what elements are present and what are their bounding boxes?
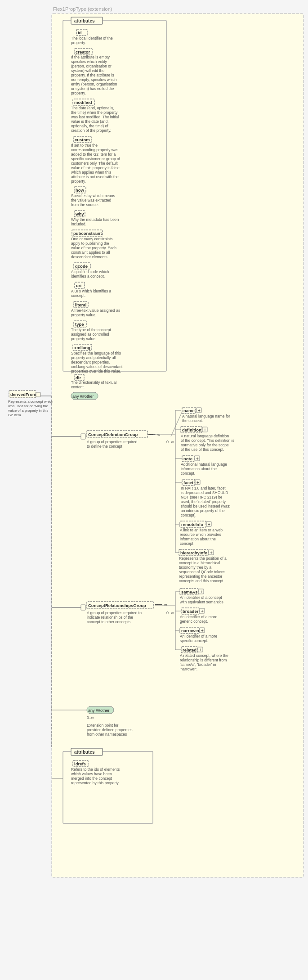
svg-text:attribute is not used with the: attribute is not used with the bbox=[71, 175, 119, 179]
svg-text:+: + bbox=[201, 628, 204, 633]
svg-text:concept).: concept). bbox=[181, 513, 196, 517]
page-container: Flex1PropType (extension) attributes id … bbox=[0, 0, 308, 980]
svg-text:property value.: property value. bbox=[71, 337, 96, 341]
derived-from-connector bbox=[36, 392, 40, 397]
svg-text:content.: content. bbox=[71, 385, 85, 389]
derived-from-label: derivedFrom bbox=[10, 392, 36, 397]
svg-text:specific customer or group of: specific customer or group of bbox=[71, 157, 121, 161]
svg-text:∞: ∞ bbox=[164, 602, 167, 607]
remote-info-label: remoteInfo bbox=[181, 522, 203, 527]
svg-text:property.: property. bbox=[71, 91, 86, 95]
svg-text:which values have been: which values have been bbox=[71, 772, 112, 776]
svg-text:property and potentially all: property and potentially all bbox=[71, 355, 116, 360]
name-label: name bbox=[183, 408, 195, 413]
svg-text:generic concept.: generic concept. bbox=[180, 619, 208, 624]
svg-text:was last modified. The initial: was last modified. The initial bbox=[71, 115, 119, 119]
literal-label: literal bbox=[75, 302, 86, 307]
svg-text:0..∞: 0..∞ bbox=[166, 611, 174, 615]
id-desc: The local identifier of the bbox=[71, 36, 113, 40]
hierarchy-info-label: hierarchyInfo bbox=[180, 550, 207, 555]
svg-text:apply to publishing the: apply to publishing the bbox=[71, 241, 109, 246]
svg-text:value of this property is fals: value of this property is false bbox=[71, 166, 120, 170]
svg-text:0..∞: 0..∞ bbox=[166, 440, 174, 444]
svg-text:any ##other: any ##other bbox=[72, 394, 94, 399]
svg-text:concepts and this concept: concepts and this concept bbox=[179, 579, 223, 583]
svg-text:taxonomy tree by a: taxonomy tree by a bbox=[179, 565, 212, 570]
idrefs-label: idrefs bbox=[74, 761, 86, 766]
svg-text:+: + bbox=[201, 609, 204, 614]
svg-text:concept to other concepts: concept to other concepts bbox=[87, 620, 130, 624]
svg-text:Represents a concept which: Represents a concept which bbox=[8, 400, 54, 404]
svg-text:to define the concept: to define the concept bbox=[87, 444, 123, 449]
svg-text:was used for deriving the: was used for deriving the bbox=[8, 404, 48, 408]
svg-text:Specifies by which means: Specifies by which means bbox=[71, 193, 115, 198]
svg-text:is deprecated and SHOULD: is deprecated and SHOULD bbox=[181, 490, 228, 495]
svg-text:Specifies the language of this: Specifies the language of this bbox=[71, 351, 121, 355]
why-label: why bbox=[75, 211, 84, 216]
svg-text:Extension point for: Extension point for bbox=[87, 723, 119, 728]
svg-text:In NAR 1.8 and later, facet: In NAR 1.8 and later, facet bbox=[181, 486, 226, 490]
svg-text:optionally, the time) of: optionally, the time) of bbox=[71, 124, 108, 128]
id-label: id bbox=[78, 30, 82, 35]
svg-text:concept: concept bbox=[180, 541, 193, 546]
svg-text:A free-text value assigned as: A free-text value assigned as bbox=[71, 308, 120, 313]
svg-text:any ##other: any ##other bbox=[88, 708, 110, 713]
svg-text:included.: included. bbox=[71, 222, 86, 226]
uri-label: uri bbox=[76, 283, 81, 288]
svg-text:A natural language name for: A natural language name for bbox=[182, 414, 230, 418]
svg-text:One or many constraints: One or many constraints bbox=[71, 237, 113, 241]
how-label: how bbox=[76, 188, 85, 193]
svg-text:from other namespaces: from other namespaces bbox=[87, 732, 127, 737]
svg-text:+: + bbox=[210, 550, 213, 555]
svg-text:+: + bbox=[204, 427, 206, 432]
svg-text:added to the G2 Item for a: added to the G2 Item for a bbox=[71, 152, 116, 157]
svg-text:entity (person, organisation: entity (person, organisation bbox=[71, 82, 117, 86]
modified-label: modified bbox=[74, 100, 92, 105]
svg-text:concept.: concept. bbox=[71, 293, 85, 298]
svg-text:merged into the concept: merged into the concept bbox=[71, 776, 112, 781]
svg-text:NOT (see RFC 2119) be: NOT (see RFC 2119) be bbox=[181, 495, 223, 499]
svg-text:information about the: information about the bbox=[181, 467, 217, 471]
svg-text:the value was extracted: the value was extracted bbox=[71, 198, 112, 202]
pubconstraint-label: pubconstraint bbox=[73, 231, 102, 236]
svg-text:value is the date (and,: value is the date (and, bbox=[71, 119, 109, 124]
svg-text:value of a property in this: value of a property in this bbox=[8, 409, 48, 413]
diagram-svg: Flex1PropType (extension) attributes id … bbox=[4, 4, 308, 980]
svg-text:An identifier of a more: An identifier of a more bbox=[180, 615, 217, 619]
svg-text:resource which provides: resource which provides bbox=[180, 532, 221, 537]
broader-label: broader bbox=[183, 609, 199, 614]
svg-text:+: + bbox=[198, 408, 201, 413]
rel-group-connector bbox=[81, 605, 85, 610]
def-group-connector bbox=[81, 434, 85, 439]
svg-text:Additional natural language: Additional natural language bbox=[181, 462, 227, 467]
svg-text:representing the ancestor: representing the ancestor bbox=[179, 574, 223, 579]
xmllang-label: xmllang bbox=[74, 345, 90, 350]
svg-text:normative only for the scope: normative only for the scope bbox=[181, 443, 229, 447]
svg-text:'narrower'.: 'narrower'. bbox=[180, 667, 197, 671]
qcode-label: qcode bbox=[75, 264, 88, 269]
svg-text:If the attribute is empty,: If the attribute is empty, bbox=[71, 55, 111, 59]
note-label: note bbox=[183, 456, 192, 461]
definition-label: definition bbox=[182, 427, 201, 432]
svg-text:of the use of this concept.: of the use of this concept. bbox=[181, 447, 224, 452]
attributes-top-label: attributes bbox=[74, 18, 95, 23]
svg-text:A URI which identifies a: A URI which identifies a bbox=[71, 289, 112, 293]
svg-text:A link to an item or a web: A link to an item or a web bbox=[180, 528, 223, 532]
svg-text:'sameAs', 'broader' or: 'sameAs', 'broader' or bbox=[180, 662, 216, 667]
svg-text:constraint applies to all: constraint applies to all bbox=[71, 250, 110, 255]
dir-label: dir bbox=[76, 375, 81, 380]
svg-text:A related concept, where the: A related concept, where the bbox=[180, 653, 228, 658]
svg-text:Why the metadata has been: Why the metadata has been bbox=[71, 217, 119, 222]
svg-text:an intrinsic property of the: an intrinsic property of the bbox=[181, 508, 225, 513]
svg-text:The directionality of textual: The directionality of textual bbox=[71, 380, 116, 385]
svg-text:+: + bbox=[208, 522, 210, 527]
svg-text:indicate relationships of the: indicate relationships of the bbox=[87, 615, 133, 620]
svg-text:concept.: concept. bbox=[181, 471, 195, 476]
svg-text:property. If the attribute is: property. If the attribute is bbox=[71, 73, 114, 77]
svg-text:non-empty, specifies which: non-empty, specifies which bbox=[71, 77, 117, 82]
narrower-label: narrower bbox=[181, 628, 200, 633]
concept-relationships-group-label: ConceptRelationshipsGroup bbox=[88, 603, 146, 608]
svg-text:value of the property. Each: value of the property. Each bbox=[71, 246, 116, 250]
related-label: related bbox=[183, 647, 196, 652]
svg-text:Refers to the ids of elements: Refers to the ids of elements bbox=[71, 767, 120, 772]
